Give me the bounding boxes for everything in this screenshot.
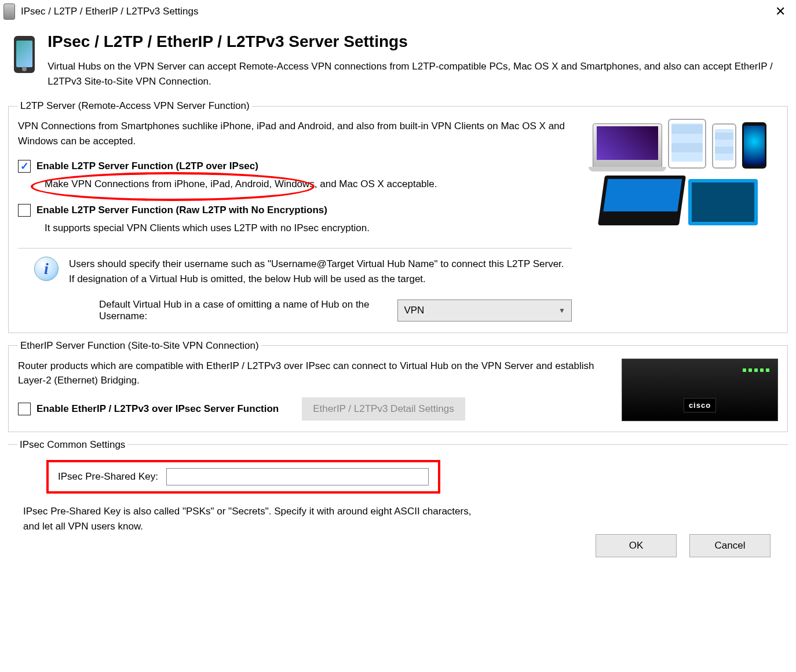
devices-illustration xyxy=(581,119,778,322)
info-icon xyxy=(34,257,59,281)
default-hub-value: VPN xyxy=(404,305,424,316)
psk-input[interactable] xyxy=(166,468,429,485)
l2tp-intro: VPN Connections from Smartphones suchlik… xyxy=(18,119,572,148)
etherip-fieldset: EtherIP Server Function (Site-to-Site VP… xyxy=(8,340,788,432)
psk-label: IPsec Pre-Shared Key: xyxy=(58,471,158,483)
default-hub-label: Default Virtual Hub in a case of omittin… xyxy=(99,299,389,322)
enable-l2tp-ipsec-label: Enable L2TP Server Function (L2TP over I… xyxy=(36,160,258,172)
divider xyxy=(18,248,572,249)
enable-etherip-checkbox[interactable] xyxy=(18,403,31,415)
info-line2: If designation of a Virtual Hub is omitt… xyxy=(69,272,564,287)
psk-note: IPsec Pre-Shared Key is also called "PSK… xyxy=(23,504,475,535)
titlebar-icon xyxy=(3,3,15,20)
cancel-button[interactable]: Cancel xyxy=(689,534,771,557)
etherip-detail-button: EtherIP / L2TPv3 Detail Settings xyxy=(302,397,465,421)
enable-l2tp-ipsec-checkbox[interactable] xyxy=(18,160,31,173)
enable-etherip-label: Enable EtherIP / L2TPv3 over IPsec Serve… xyxy=(36,403,279,415)
window-title: IPsec / L2TP / EtherIP / L2TPv3 Settings xyxy=(21,6,771,17)
laptop-icon xyxy=(593,123,662,169)
ok-button[interactable]: OK xyxy=(596,534,677,557)
info-line1: Users should specify their username such… xyxy=(69,257,564,272)
enable-l2tp-raw-label: Enable L2TP Server Function (Raw L2TP wi… xyxy=(36,204,327,216)
close-icon[interactable]: ✕ xyxy=(771,4,790,19)
l2tp-legend: L2TP Server (Remote-Access VPN Server Fu… xyxy=(18,100,252,112)
chevron-down-icon: ▼ xyxy=(558,306,565,315)
tablet-icon xyxy=(668,119,706,169)
enable-etherip-row: Enable EtherIP / L2TPv3 over IPsec Serve… xyxy=(18,403,279,415)
page-title: IPsec / L2TP / EtherIP / L2TPv3 Server S… xyxy=(48,32,782,51)
default-hub-select[interactable]: VPN ▼ xyxy=(397,300,572,322)
psk-row: IPsec Pre-Shared Key: xyxy=(46,460,440,494)
default-hub-row: Default Virtual Hub in a case of omittin… xyxy=(99,299,572,322)
phone-black-icon xyxy=(742,122,766,169)
enable-l2tp-raw-desc: It supports special VPN Clients which us… xyxy=(45,222,572,234)
router-image xyxy=(622,359,778,421)
etherip-legend: EtherIP Server Function (Site-to-Site VP… xyxy=(18,340,261,352)
l2tp-fieldset: L2TP Server (Remote-Access VPN Server Fu… xyxy=(8,100,788,333)
info-row: Users should specify their username such… xyxy=(18,257,572,287)
smartphone-icon xyxy=(14,36,35,73)
header: IPsec / L2TP / EtherIP / L2TPv3 Server S… xyxy=(0,23,796,93)
etherip-desc: Router products which are compatible wit… xyxy=(18,359,611,388)
enable-l2tp-ipsec-row: Enable L2TP Server Function (L2TP over I… xyxy=(18,160,572,173)
enable-l2tp-ipsec-desc: Make VPN Connections from iPhone, iPad, … xyxy=(45,178,572,190)
enable-l2tp-raw-row: Enable L2TP Server Function (Raw L2TP wi… xyxy=(18,204,572,217)
enable-l2tp-raw-checkbox[interactable] xyxy=(18,204,31,217)
page-subtitle: Virtual Hubs on the VPN Server can accep… xyxy=(48,59,782,89)
laptop2-icon xyxy=(598,176,686,225)
ipsec-fieldset: IPsec Common Settings IPsec Pre-Shared K… xyxy=(8,439,788,566)
tablet-blue-icon xyxy=(688,179,758,225)
ipsec-legend: IPsec Common Settings xyxy=(17,439,127,451)
titlebar: IPsec / L2TP / EtherIP / L2TPv3 Settings… xyxy=(0,0,796,23)
phone-white-icon xyxy=(712,123,736,169)
